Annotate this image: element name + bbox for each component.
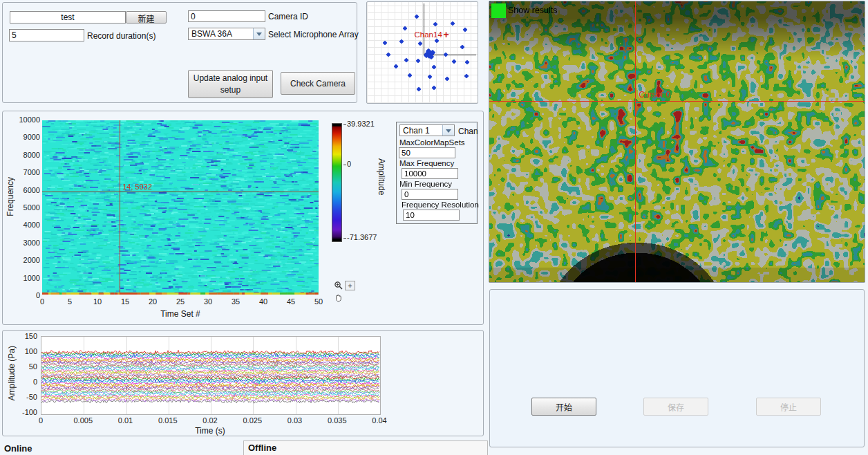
mic-position-dot [463, 27, 468, 32]
marked-channel-cross-icon: + [444, 29, 449, 40]
mic-position-dot [460, 45, 465, 50]
xtick: 45 [281, 297, 301, 306]
camera-image-canvas[interactable] [489, 1, 865, 282]
mic-position-dot [452, 59, 457, 64]
spectrogram-cursor-label: 14, 5932 [122, 183, 152, 191]
record-duration-input[interactable] [9, 29, 84, 41]
spectrogram-cursor-hline[interactable] [42, 192, 319, 192]
ytick: 5000 [23, 203, 40, 212]
mic-position-dot [399, 39, 404, 44]
colorbar-title: Amplitude [377, 158, 386, 195]
spectrogram-plot[interactable]: 14, 5932 [42, 120, 319, 295]
cursor-tool-icon[interactable]: + [345, 281, 355, 290]
mic-position-dot [386, 52, 390, 57]
ytick: 3000 [23, 239, 40, 247]
mic-position-dot [433, 21, 437, 26]
spectrogram-x-ticks: 05101520253035404550 [32, 297, 329, 306]
waveform-panel: Amplitude (Pa) 150100500-50-100 00.0050.… [2, 330, 484, 436]
max-frequency-label: Max Frequency [399, 159, 477, 167]
xtick: 5 [59, 297, 80, 306]
record-controls-panel: 开始 保存 停止 [489, 289, 865, 447]
mic-position-dot [416, 58, 421, 63]
mic-array-label: Select Microphone Array [268, 30, 359, 39]
mic-position-dot [382, 41, 387, 46]
settings-panel: 新建 Camera ID Record duration(s) BSWA 36A… [2, 2, 357, 103]
waveform-x-axis-title: Time (s) [41, 426, 379, 436]
colorbar-min-label: -71.3677 [343, 233, 377, 241]
ytick: 9000 [23, 133, 40, 141]
camera-cursor-label: Cursor 0 [639, 90, 670, 100]
camera-id-input[interactable] [188, 10, 265, 22]
maxcolormapsets-input[interactable] [399, 147, 455, 158]
xtick: 0.025 [238, 416, 266, 425]
ytick: 10000 [19, 115, 40, 124]
mic-position-dot [404, 57, 409, 62]
record-duration-label: Record duration(s) [87, 31, 155, 41]
check-camera-button[interactable]: Check Camera [281, 72, 355, 95]
mic-position-dot [414, 14, 419, 19]
show-results-checkbox[interactable] [491, 3, 506, 18]
stop-button[interactable]: 停止 [756, 398, 821, 416]
update-analog-input-button[interactable]: Update analog input setup [188, 70, 273, 98]
frequency-resolution-input[interactable] [403, 210, 460, 221]
waveform-canvas [41, 337, 380, 414]
xtick: 35 [225, 297, 246, 306]
spectrogram-canvas[interactable] [42, 120, 319, 295]
xtick: 0.015 [154, 416, 182, 425]
spectrogram-x-axis-title: Time Set # [42, 309, 319, 319]
save-button[interactable]: 保存 [643, 398, 708, 416]
chevron-down-icon[interactable] [442, 125, 454, 136]
xtick: 10 [87, 297, 108, 306]
ytick: 50 [29, 362, 37, 371]
maxcolormapsets-label: MaxColorMapSets [399, 138, 477, 147]
max-frequency-input[interactable] [402, 168, 458, 179]
xtick: 0.04 [366, 416, 393, 425]
ytick: -50 [26, 393, 37, 401]
camera-cursor-vline[interactable] [635, 1, 636, 282]
colorbar-max-label: 39.9321 [343, 120, 375, 128]
mic-position-dot [394, 64, 399, 68]
mic-position-dot [427, 75, 432, 80]
mic-position-dot [408, 73, 413, 77]
mic-position-dot [403, 26, 408, 30]
pan-tool-icon[interactable] [333, 292, 343, 302]
min-frequency-input[interactable] [402, 189, 458, 200]
ytick: 6000 [23, 186, 40, 194]
spectrogram-y-ticks: 1000090008000700060005000400030002000100… [15, 115, 40, 299]
mic-array-dropdown[interactable]: BSWA 36A [188, 28, 265, 40]
new-project-button[interactable]: 新建 [126, 11, 167, 24]
chevron-down-icon[interactable] [253, 28, 265, 39]
ytick: 100 [25, 347, 37, 355]
xtick: 25 [170, 297, 191, 306]
project-name-input[interactable] [10, 11, 126, 24]
mic-position-dot [443, 52, 448, 57]
spectrogram-cursor-vline[interactable] [120, 120, 120, 295]
ytick: 150 [25, 332, 37, 340]
mic-array-plot: Chan14 + [366, 1, 478, 104]
mic-position-dot [465, 59, 470, 64]
xtick: 30 [198, 297, 218, 306]
mic-position-dot [416, 87, 421, 92]
mic-position-dot [444, 76, 449, 81]
channel-dropdown[interactable]: Chan 1 [399, 124, 455, 136]
online-status: Online [4, 443, 32, 454]
zoom-tool-icon[interactable] [333, 281, 343, 290]
camera-id-label: Camera ID [268, 12, 308, 21]
show-results-label: Show results [508, 6, 558, 15]
ytick: 7000 [23, 168, 40, 176]
camera-cursor-hline[interactable] [489, 101, 865, 102]
ytick: 4000 [23, 221, 40, 229]
offline-status-bar: Offline [243, 440, 488, 455]
xtick: 0 [32, 297, 53, 306]
start-button[interactable]: 开始 [531, 398, 596, 416]
xtick: 50 [308, 297, 329, 306]
waveform-y-ticks: 150100500-50-100 [15, 332, 37, 416]
mic-position-dot [431, 64, 436, 69]
xtick: 0.03 [281, 416, 309, 425]
min-frequency-label: Min Frequency [399, 180, 477, 188]
mic-array-y-axis [424, 3, 424, 55]
xtick: 40 [253, 297, 274, 306]
xtick: 0.035 [323, 416, 351, 425]
ytick: 0 [33, 378, 37, 386]
camera-view-panel: Cursor 0 Show results [489, 1, 865, 283]
